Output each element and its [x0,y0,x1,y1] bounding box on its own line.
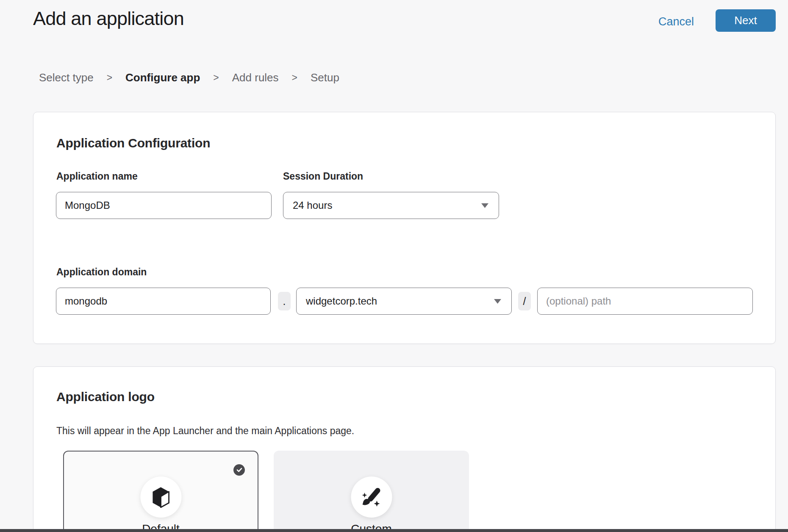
application-domain-label: Application domain [56,266,147,278]
slash-separator: / [518,292,531,310]
check-icon [236,468,242,472]
breadcrumb: Select type > Configure app > Add rules … [39,71,339,84]
add-application-page: Add an application Cancel Next Select ty… [0,0,788,532]
application-name-label: Application name [56,171,138,182]
path-input[interactable] [537,288,753,315]
logo-option-default[interactable]: Default [63,451,258,532]
breadcrumb-step-add-rules[interactable]: Add rules [232,71,279,84]
breadcrumb-step-configure-app[interactable]: Configure app [125,71,200,84]
breadcrumb-separator: > [107,72,112,83]
application-logo-description: This will appear in the App Launcher and… [56,425,354,437]
default-logo-circle [140,477,181,518]
application-configuration-heading: Application Configuration [56,136,210,150]
breadcrumb-step-select-type[interactable]: Select type [39,71,94,84]
page-title: Add an application [33,8,184,30]
subdomain-input[interactable] [56,288,271,315]
next-button[interactable]: Next [716,9,776,32]
application-configuration-card: Application Configuration Application na… [33,112,776,344]
chevron-down-icon [494,299,501,304]
breadcrumb-separator: > [213,72,219,83]
custom-logo-circle [351,477,392,518]
session-duration-label: Session Duration [283,171,363,182]
selected-check-badge [233,464,245,476]
session-duration-value: 24 hours [293,200,332,211]
application-logo-heading: Application logo [56,390,155,404]
breadcrumb-step-setup[interactable]: Setup [311,71,339,84]
dot-separator: . [278,292,291,310]
application-logo-card: Application logo This will appear in the… [33,366,776,532]
logo-option-custom[interactable]: Custom [274,451,469,532]
domain-select-value: widgetcorp.tech [306,295,377,307]
paintbrush-icon [361,487,382,508]
application-name-input[interactable] [56,192,272,219]
cancel-button[interactable]: Cancel [658,15,694,28]
chevron-down-icon [481,203,488,208]
session-duration-select[interactable]: 24 hours [283,192,499,219]
domain-select[interactable]: widgetcorp.tech [296,288,512,315]
cube-icon [152,487,170,508]
breadcrumb-separator: > [292,72,297,83]
screen-bottom-edge [0,529,788,532]
